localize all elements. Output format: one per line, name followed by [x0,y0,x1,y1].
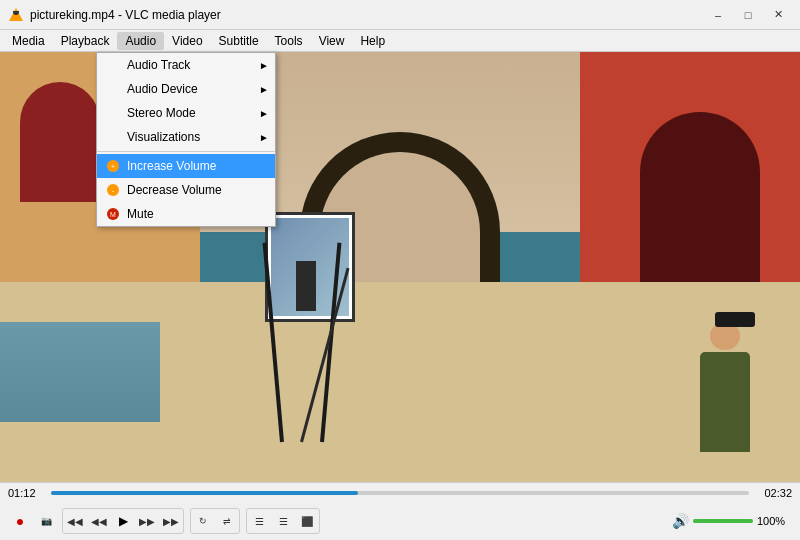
maximize-button[interactable]: □ [734,5,762,25]
mute-dot-icon: M [107,208,119,220]
window-controls: – □ ✕ [704,5,792,25]
audio-menu-stereo[interactable]: Stereo Mode ► [97,101,275,125]
canvas-frame [265,212,355,322]
volume-percent: 100% [757,515,792,527]
menu-help[interactable]: Help [352,32,393,50]
vlc-cone-icon [9,8,23,21]
submenu-arrow-viz: ► [259,132,269,143]
record-button[interactable]: ● [8,509,32,533]
painter-hat [715,312,755,327]
volume-icon[interactable]: 🔊 [672,513,689,529]
playlist-button[interactable]: ☰ [271,509,295,533]
stereo-mode-icon [105,105,121,121]
painter-head [710,322,740,350]
visualizations-icon [105,129,121,145]
random-button[interactable]: ⇌ [215,509,239,533]
increase-volume-icon: + [105,158,121,174]
audio-menu-mute[interactable]: M Mute [97,202,275,226]
playback-controls: ● 📷 ◀◀ ◀◀ ▶ ▶▶ ▶▶ ↻ ⇌ ☰ ☰ ⬛ 🔊 [0,503,800,540]
audio-menu-track[interactable]: Audio Track ► [97,53,275,77]
progress-fill [51,491,358,495]
audio-menu-decrease-volume[interactable]: - Decrease Volume [97,178,275,202]
menu-subtitle[interactable]: Subtitle [211,32,267,50]
mute-icon: M [105,206,121,222]
audio-menu-device[interactable]: Audio Device ► [97,77,275,101]
progress-bar[interactable] [51,491,749,495]
rewind-button[interactable]: ◀◀ [87,509,111,533]
submenu-arrow-device: ► [259,84,269,95]
controls-bar: 01:12 02:32 ● 📷 ◀◀ ◀◀ ▶ ▶▶ ▶▶ ↻ ⇌ ☰ ☰ ⬛ [0,482,800,540]
audio-menu-increase-volume[interactable]: + Increase Volume [97,154,275,178]
menu-playback[interactable]: Playback [53,32,118,50]
progress-section: 01:12 02:32 [0,483,800,503]
audio-device-icon [105,81,121,97]
minimize-button[interactable]: – [704,5,732,25]
menu-tools[interactable]: Tools [267,32,311,50]
fullscreen-button[interactable]: ⬛ [295,509,319,533]
fast-forward-button[interactable]: ▶▶ [135,509,159,533]
window-divider [64,106,66,198]
volume-section: 🔊 100% [672,513,792,529]
painter-body [700,352,750,452]
extended-settings-button[interactable]: ☰ [247,509,271,533]
painter-figure [700,352,750,452]
title-bar: pictureking.mp4 - VLC media player – □ ✕ [0,0,800,30]
audio-dropdown-menu: Audio Track ► Audio Device ► Stereo Mode… [96,52,276,227]
time-elapsed: 01:12 [8,487,43,499]
decrease-volume-icon: - [105,182,121,198]
vlc-icon [8,7,24,23]
transport-controls: ◀◀ ◀◀ ▶ ▶▶ ▶▶ [62,508,184,534]
painting-figure [296,261,316,311]
volume-slider[interactable] [693,519,753,523]
menu-audio[interactable]: Audio [117,32,164,50]
volume-fill [693,519,753,523]
loop-button[interactable]: ↻ [191,509,215,533]
menu-media[interactable]: Media [4,32,53,50]
menu-view[interactable]: View [311,32,353,50]
next-button[interactable]: ▶▶ [159,509,183,533]
canal [0,322,160,422]
easel-group [260,202,400,442]
close-button[interactable]: ✕ [764,5,792,25]
menu-bar: Media Playback Audio Video Subtitle Tool… [0,30,800,52]
menu-separator-1 [97,151,275,152]
orange-dot-icon: + [107,160,119,172]
arch-window [30,102,100,202]
view-controls: ☰ ☰ ⬛ [246,508,320,534]
snapshot-button[interactable]: 📷 [34,509,58,533]
audio-menu-visualizations[interactable]: Visualizations ► [97,125,275,149]
menu-video[interactable]: Video [164,32,210,50]
play-pause-button[interactable]: ▶ [111,509,135,533]
orange-dot-decrease-icon: - [107,184,119,196]
audio-track-icon [105,57,121,73]
window-title: pictureking.mp4 - VLC media player [30,8,704,22]
submenu-arrow-track: ► [259,60,269,71]
submenu-arrow-stereo: ► [259,108,269,119]
loop-controls: ↻ ⇌ [190,508,240,534]
time-total: 02:32 [757,487,792,499]
previous-button[interactable]: ◀◀ [63,509,87,533]
